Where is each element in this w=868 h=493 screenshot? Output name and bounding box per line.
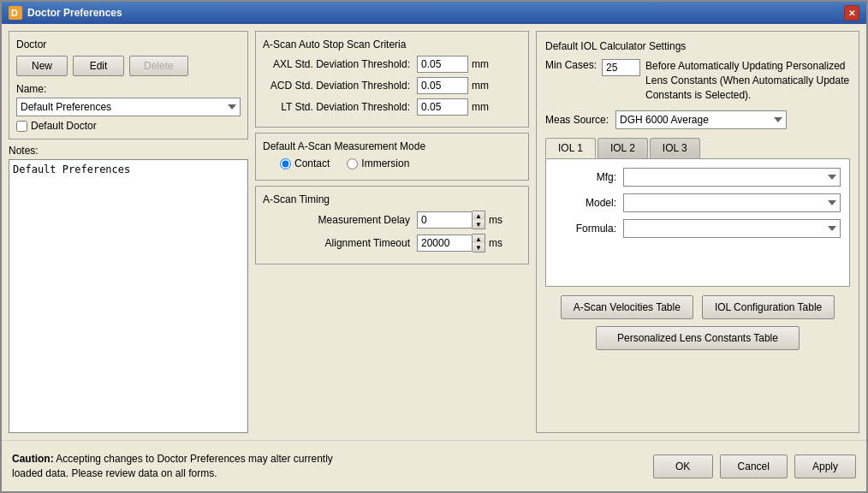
tabs-container: IOL 1 IOL 2 IOL 3 Mfg: Model: — [545, 138, 850, 287]
model-label: Model: — [555, 197, 623, 209]
acd-input[interactable]: 0.05 — [417, 77, 468, 94]
immersion-radio[interactable] — [347, 158, 358, 169]
cancel-button[interactable]: Cancel — [720, 454, 788, 478]
meas-source-dropdown[interactable]: DGH 6000 Average Manual — [615, 110, 787, 129]
formula-dropdown[interactable] — [623, 219, 841, 238]
tab-iol3[interactable]: IOL 3 — [650, 138, 700, 158]
iol-settings-title: Default IOL Calculator Settings — [545, 40, 850, 52]
lt-input[interactable]: 0.05 — [417, 98, 468, 116]
default-doctor-checkbox[interactable] — [16, 121, 27, 132]
alignment-timeout-up[interactable]: ▲ — [473, 235, 485, 243]
contact-radio[interactable] — [280, 158, 291, 169]
tab-iol2[interactable]: IOL 2 — [597, 138, 648, 158]
bottom-bar: Caution: Accepting changes to Doctor Pre… — [2, 440, 866, 491]
mfg-row: Mfg: — [555, 168, 841, 187]
default-doctor-row: Default Doctor — [16, 120, 241, 132]
close-button[interactable]: ✕ — [844, 5, 859, 21]
caution-bold: Caution: — [12, 453, 54, 465]
new-button[interactable]: New — [16, 56, 68, 76]
personalized-lens-btn[interactable]: Personalized Lens Constants Table — [596, 326, 800, 350]
table-buttons: A-Scan Velocities Table IOL Configuratio… — [545, 295, 850, 319]
min-cases-desc: Before Automatically Updating Personaliz… — [645, 59, 850, 102]
lt-row: LT Std. Deviation Threshold: 0.05 mm — [263, 98, 521, 116]
title-bar: D Doctor Preferences ✕ — [2, 2, 866, 24]
mfg-dropdown[interactable] — [623, 168, 841, 187]
edit-button[interactable]: Edit — [73, 56, 124, 76]
ascan-timing-box: A-Scan Timing Measurement Delay ▲ ▼ ms A… — [255, 186, 529, 264]
min-cases-input[interactable] — [602, 59, 640, 76]
min-cases-label: Min Cases: — [545, 59, 597, 71]
ascan-mode-radio-group: Contact Immersion — [263, 157, 521, 169]
acd-row: ACD Std. Deviation Threshold: 0.05 mm — [263, 77, 521, 94]
left-panel: Doctor New Edit Delete Name: Default Pre… — [9, 31, 248, 433]
formula-row: Formula: — [555, 219, 841, 238]
dialog-buttons: OK Cancel Apply — [653, 454, 856, 478]
immersion-label: Immersion — [361, 157, 409, 169]
apply-button[interactable]: Apply — [794, 454, 856, 478]
axl-label: AXL Std. Deviation Threshold: — [263, 58, 417, 70]
ascan-criteria-box: A-Scan Auto Stop Scan Criteria AXL Std. … — [255, 31, 529, 128]
doctor-section-label: Doctor — [16, 39, 241, 50]
default-doctor-label: Default Doctor — [31, 120, 97, 132]
alignment-timeout-unit: ms — [489, 237, 502, 249]
notes-textarea[interactable]: Default Preferences — [9, 159, 248, 433]
window-title: Doctor Preferences — [27, 7, 122, 19]
ascan-timing-title: A-Scan Timing — [263, 193, 521, 205]
axl-input[interactable]: 0.05 — [417, 56, 468, 73]
model-row: Model: — [555, 193, 841, 212]
iol-configuration-btn[interactable]: IOL Configuration Table — [702, 295, 835, 319]
meas-delay-up[interactable]: ▲ — [473, 211, 485, 220]
meas-delay-input[interactable] — [417, 211, 473, 229]
doctor-button-row: New Edit Delete — [16, 56, 241, 76]
tab-bar: IOL 1 IOL 2 IOL 3 — [545, 138, 850, 158]
immersion-radio-item: Immersion — [347, 157, 409, 169]
ascan-velocities-btn[interactable]: A-Scan Velocities Table — [561, 295, 693, 319]
alignment-timeout-label: Alignment Timeout — [263, 237, 417, 249]
main-window: D Doctor Preferences ✕ Doctor New Edit D… — [0, 0, 868, 493]
ascan-mode-box: Default A-Scan Measurement Mode Contact … — [255, 133, 529, 181]
tab-iol1[interactable]: IOL 1 — [545, 138, 596, 158]
meas-delay-arrows: ▲ ▼ — [473, 211, 485, 229]
alignment-timeout-arrows: ▲ ▼ — [473, 234, 485, 252]
alignment-timeout-input[interactable] — [417, 235, 473, 252]
min-cases-row: Min Cases: Before Automatically Updating… — [545, 59, 850, 102]
middle-panel: A-Scan Auto Stop Scan Criteria AXL Std. … — [255, 31, 529, 433]
model-dropdown[interactable] — [623, 193, 841, 212]
contact-label: Contact — [294, 157, 330, 169]
app-icon: D — [9, 6, 22, 20]
ascan-mode-title: Default A-Scan Measurement Mode — [263, 140, 521, 152]
meas-delay-label: Measurement Delay — [263, 214, 417, 226]
personalized-btn-container: Personalized Lens Constants Table — [545, 326, 850, 350]
axl-row: AXL Std. Deviation Threshold: 0.05 mm — [263, 56, 521, 73]
meas-delay-unit: ms — [489, 214, 502, 226]
ascan-criteria-title: A-Scan Auto Stop Scan Criteria — [263, 39, 521, 50]
notes-section: Notes: Default Preferences — [9, 145, 248, 433]
meas-source-row: Meas Source: DGH 6000 Average Manual — [545, 110, 850, 129]
notes-label: Notes: — [9, 145, 248, 157]
mfg-label: Mfg: — [555, 171, 623, 183]
alignment-timeout-down[interactable]: ▼ — [473, 243, 485, 252]
ok-button[interactable]: OK — [653, 454, 713, 478]
contact-radio-item: Contact — [280, 157, 330, 169]
delete-button[interactable]: Delete — [129, 56, 188, 76]
meas-source-label: Meas Source: — [545, 114, 609, 126]
lt-label: LT Std. Deviation Threshold: — [263, 101, 417, 113]
lt-unit: mm — [472, 101, 489, 113]
doctor-section: Doctor New Edit Delete Name: Default Pre… — [9, 31, 248, 140]
title-bar-left: D Doctor Preferences — [9, 6, 122, 20]
right-panel: Default IOL Calculator Settings Min Case… — [536, 31, 859, 433]
axl-unit: mm — [472, 58, 489, 70]
alignment-timeout-row: Alignment Timeout ▲ ▼ ms — [263, 234, 521, 252]
caution-message: Accepting changes to Doctor Preferences … — [12, 453, 333, 479]
formula-label: Formula: — [555, 223, 623, 235]
acd-unit: mm — [472, 80, 489, 92]
iol-settings-box: Default IOL Calculator Settings Min Case… — [536, 31, 859, 433]
caution-text: Caution: Accepting changes to Doctor Pre… — [12, 452, 354, 481]
name-dropdown[interactable]: Default Preferences — [16, 98, 241, 116]
content-area: Doctor New Edit Delete Name: Default Pre… — [2, 24, 866, 440]
iol-form-box: Mfg: Model: Formula: — [545, 158, 850, 287]
svg-text:D: D — [11, 8, 18, 18]
name-label: Name: — [16, 83, 241, 95]
alignment-timeout-spinner: ▲ ▼ — [417, 234, 485, 252]
meas-delay-down[interactable]: ▼ — [473, 220, 485, 229]
